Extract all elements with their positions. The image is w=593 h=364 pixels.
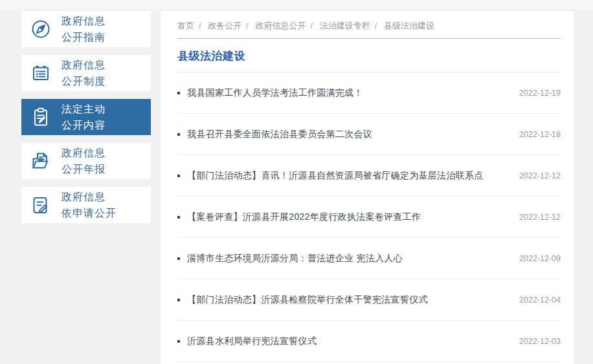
article-title-link[interactable]: 【案卷评查】沂源县开展2022年度行政执法案卷评查工作 <box>187 211 508 223</box>
article-date: 2022-12-09 <box>519 254 561 263</box>
article-row: 【部门法治动态】喜讯！沂源县自然资源局被省厅确定为基层法治联系点 2022-12… <box>177 155 561 197</box>
folder-document-icon <box>30 150 52 172</box>
article-row: 沂源县水利局举行宪法宣誓仪式 2022-12-03 <box>177 321 561 362</box>
breadcrumb-link[interactable]: 县级法治建设 <box>384 21 434 30</box>
main-content-panel: 首页/ 政务公开/ 政府信息公开/ 法治建设专栏/ 县级法治建设/ 县级法治建设… <box>161 11 574 364</box>
breadcrumb-link[interactable]: 政务公开 <box>208 21 241 30</box>
compass-icon <box>30 18 52 40</box>
page-title: 县级法治建设 <box>177 48 561 63</box>
top-background-band <box>0 0 593 9</box>
article-date: 2022-12-18 <box>519 130 561 139</box>
article-date: 2022-12-04 <box>519 295 561 305</box>
breadcrumb-link[interactable]: 政府信息公开 <box>256 21 306 30</box>
sidebar-item-label: 政府信息 公开指南 <box>62 13 106 45</box>
sidebar-item-label: 政府信息 依申请公开 <box>62 189 117 221</box>
breadcrumb-separator: / <box>246 21 249 30</box>
breadcrumb: 首页/ 政务公开/ 政府信息公开/ 法治建设专栏/ 县级法治建设/ <box>177 11 561 32</box>
breadcrumb-item: 政务公开/ <box>208 21 253 30</box>
article-row: 【部门法治动态】沂源县检察院举行全体干警宪法宣誓仪式 2022-12-04 <box>177 279 561 321</box>
article-title-link[interactable]: 淄博市生态环境局沂源分局：普法进企业 宪法入人心 <box>187 253 508 264</box>
breadcrumb-item: 政府信息公开/ <box>256 21 318 30</box>
article-row: 淄博市生态环境局沂源分局：普法进企业 宪法入人心 2022-12-09 <box>177 238 561 279</box>
sidebar-item-label: 政府信息 公开年报 <box>62 145 106 177</box>
bullet-square-icon <box>177 299 180 301</box>
sidebar-item-disclosure-guide[interactable]: 政府信息 公开指南 <box>21 11 151 47</box>
bullet-square-icon <box>177 175 180 177</box>
article-title-link[interactable]: 【部门法治动态】沂源县检察院举行全体干警宪法宣誓仪式 <box>187 294 508 306</box>
bullet-square-icon <box>177 257 180 260</box>
article-row: 【案卷评查】沂源县开展2022年度行政执法案卷评查工作 2022-12-12 <box>177 197 561 238</box>
article-list: 我县国家工作人员学法考法工作圆满完成！ 2022-12-19 我县召开县委全面依… <box>177 72 561 362</box>
article-date: 2022-12-03 <box>519 337 561 346</box>
article-title-link[interactable]: 沂源县水利局举行宪法宣誓仪式 <box>187 336 508 347</box>
sidebar-nav: 政府信息 公开指南 政府信息 公开制度 法定主动 公开内容 <box>21 11 151 231</box>
article-date: 2022-12-12 <box>519 171 561 180</box>
breadcrumb-separator: / <box>311 21 313 30</box>
sidebar-item-disclosure-system[interactable]: 政府信息 公开制度 <box>21 55 151 91</box>
bullet-square-icon <box>177 133 180 136</box>
clipboard-pencil-icon <box>30 106 52 128</box>
sidebar-item-annual-report[interactable]: 政府信息 公开年报 <box>21 143 151 179</box>
breadcrumb-link[interactable]: 法治建设专栏 <box>320 21 370 30</box>
article-title-link[interactable]: 【部门法治动态】喜讯！沂源县自然资源局被省厅确定为基层法治联系点 <box>187 170 508 182</box>
article-date: 2022-12-19 <box>519 89 561 98</box>
breadcrumb-divider <box>177 38 561 39</box>
sidebar-item-label: 政府信息 公开制度 <box>62 57 106 89</box>
sidebar-item-statutory-disclosure[interactable]: 法定主动 公开内容 <box>21 99 151 135</box>
article-row: 我县国家工作人员学法考法工作圆满完成！ 2022-12-19 <box>177 72 561 114</box>
breadcrumb-item: 首页/ <box>177 21 206 30</box>
ledger-icon <box>30 62 52 84</box>
bullet-square-icon <box>177 92 180 94</box>
sidebar-item-disclosure-on-request[interactable]: 政府信息 依申请公开 <box>21 187 151 223</box>
breadcrumb-item: 县级法治建设/ <box>384 21 434 30</box>
article-title-link[interactable]: 我县召开县委全面依法治县委员会第二次会议 <box>187 129 508 140</box>
bullet-square-icon <box>177 340 180 343</box>
article-date: 2022-12-12 <box>519 213 561 222</box>
document-pencil-icon <box>30 194 52 216</box>
article-row: 我县召开县委全面依法治县委员会第二次会议 2022-12-18 <box>177 114 561 155</box>
breadcrumb-separator: / <box>375 21 377 30</box>
article-title-link[interactable]: 我县国家工作人员学法考法工作圆满完成！ <box>187 87 508 99</box>
breadcrumb-item: 法治建设专栏/ <box>320 21 382 30</box>
breadcrumb-link[interactable]: 首页 <box>177 21 194 30</box>
sidebar-item-label: 法定主动 公开内容 <box>62 101 106 133</box>
breadcrumb-separator: / <box>199 21 201 30</box>
bullet-square-icon <box>177 216 180 219</box>
